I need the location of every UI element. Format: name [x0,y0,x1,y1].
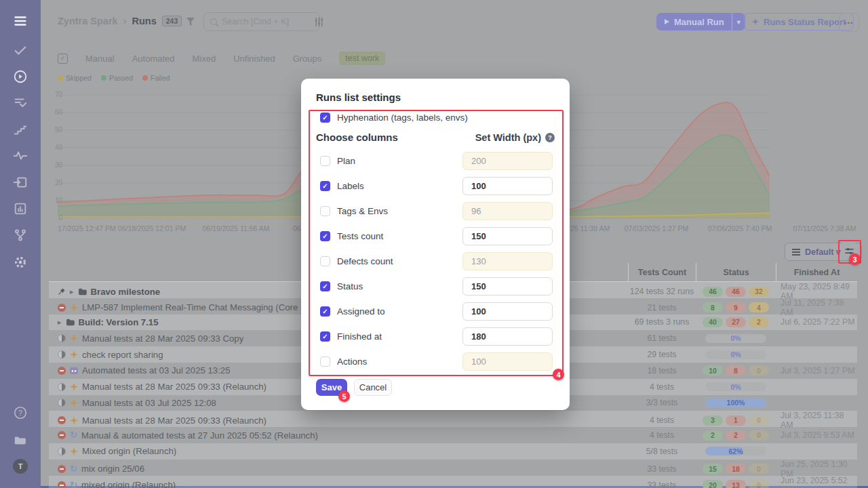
run-name[interactable]: Build: Version 7.15 [79,317,159,327]
passed-badge: 2 [703,430,723,441]
tab-manual[interactable]: Manual [85,54,115,64]
header-finished-at[interactable]: Finished At [776,263,857,281]
y-tick-label: 30 [39,161,62,169]
run-name[interactable]: check report sharing [82,350,163,360]
more-actions-button[interactable]: ⋯ [839,13,859,32]
progress-status-icon [58,350,66,359]
projects-folder-icon[interactable] [13,432,28,447]
progress-bar: 0% [705,334,766,343]
tests-count-cell: 33 tests [628,481,696,488]
failed-badge: 46 [726,287,746,297]
runs-play-icon[interactable] [13,69,28,84]
menu-icon[interactable] [13,14,28,28]
sparkle-icon [70,350,78,359]
search-input[interactable]: Search [Cmd + K] [203,12,320,31]
status-cell: 40272 [696,317,776,327]
run-name-cell: ↻Manual & automated tests at 27 Jun 2025… [49,430,628,441]
tests-count-cell: 5/8 tests [628,447,696,456]
run-name[interactable]: Manual & automated tests at 27 Jun 2025 … [81,430,318,441]
folder-icon [78,288,87,296]
table-row[interactable]: Manual tests at 28 Mar 2025 09:33 (Relau… [49,411,857,427]
activity-pulse-icon[interactable] [13,148,28,163]
avatar[interactable]: T [13,459,28,474]
progress-label: 0% [705,334,766,343]
annotation-rect-settings [309,110,564,376]
status-cell: 100% [696,399,776,407]
progress-label: 62% [705,447,766,455]
cycle-icon: ↻ [70,431,77,439]
y-tick-label: 50 [39,126,62,134]
table-row[interactable]: Mixed origin (Relaunch)5/8 tests62% [49,443,857,460]
sparkles-icon [752,18,759,25]
failed-status-icon [58,304,66,312]
robot-icon [70,367,78,374]
search-settings-icon[interactable] [313,16,325,30]
run-name[interactable]: Manual tests at 03 Jul 2025 12:08 [82,398,216,408]
finished-at-cell: Jun 23, 2025 5:52 PM [776,476,857,488]
failed-status-icon [58,481,66,488]
failed-status-icon [58,431,66,439]
status-cell: 464632 [696,287,776,297]
run-name[interactable]: Manual tests at 28 Mar 2025 09:33 Copy [82,333,243,344]
tab-groups[interactable]: Groups [293,54,322,64]
table-row[interactable]: ↻mix origin 25/0633 tests15180Jun 25, 20… [49,460,857,476]
branch-icon[interactable] [13,228,28,243]
sparkle-icon [70,304,78,312]
run-name-cell: Mixed origin (Relaunch) [49,446,628,456]
status-cell: 1080 [696,365,776,375]
run-name[interactable]: mix origin 25/06 [81,464,144,474]
finished-at-cell: Jul 3, 2025 9:53 AM [776,430,857,440]
run-name[interactable]: Automated tests at 03 Jul 2025 13:25 [82,365,230,375]
import-icon[interactable] [13,175,28,190]
breadcrumb: Zyntra Spark › Runs 243 [58,16,182,26]
x-tick-label: 17/2025 12:47 PM [58,224,116,232]
breadcrumb-current: Runs [132,16,157,26]
passed-badge: 15 [703,464,723,474]
header-status[interactable]: Status [696,263,776,281]
run-name[interactable]: Manual tests at 28 Mar 2025 09:33 (Relau… [82,415,267,426]
breadcrumb-project[interactable]: Zyntra Spark [58,16,118,26]
tests-check-icon[interactable] [13,43,28,58]
test-cases-icon[interactable] [13,96,28,110]
caret-expand-icon[interactable]: ▸ [70,287,74,296]
help-icon[interactable]: ? [13,405,28,420]
run-name[interactable]: Bravo milestone [91,287,161,297]
gear-icon[interactable] [13,255,28,270]
filter-funnel-button[interactable] [182,13,199,30]
x-tick-label: 07/03/2025 1:27 PM [625,224,689,232]
select-runs-icon[interactable]: ✓ [58,54,68,64]
tab-automated[interactable]: Automated [132,54,175,64]
cancel-button[interactable]: Cancel [354,379,392,396]
caret-expand-icon[interactable]: ▸ [58,318,62,326]
run-name[interactable]: Mixed origin (Relaunch) [82,446,176,456]
run-name[interactable]: mixed origin (Relaunch) [81,480,176,488]
x-tick-label: 06 [293,224,301,232]
progress-bar: 100% [705,399,766,407]
y-tick-label: 0 [39,214,62,222]
manual-run-button[interactable]: Manual Run ▾ [656,13,745,30]
analytics-chart-icon[interactable] [13,201,28,216]
runs-count-badge: 243 [162,16,182,26]
tab-unfinished[interactable]: Unfinished [233,54,275,64]
runs-status-report-label: Runs Status Report [764,17,846,27]
tests-count-cell: 29 tests [628,350,696,359]
chevron-down-icon[interactable]: ▾ [732,18,745,26]
table-row[interactable]: ↻Manual & automated tests at 27 Jun 2025… [49,427,857,443]
progress-label: 0% [705,350,766,359]
legend-label: Failed [151,74,170,82]
tests-count-cell: 4 tests [628,382,696,392]
filter-tag[interactable]: test work [339,52,385,65]
tests-count-cell: 33 tests [628,464,696,474]
cycle-icon: ↻ [70,465,77,473]
modal-title: Runs list settings [316,92,401,103]
tab-mixed[interactable]: Mixed [193,54,216,64]
steps-icon[interactable] [13,122,28,137]
table-row[interactable]: ↻mixed origin (Relaunch)33 tests20130Jun… [49,476,857,488]
runs-status-report-button[interactable]: Runs Status Report [744,13,854,30]
passed-badge: 40 [703,317,723,327]
failed-badge: 13 [726,480,746,488]
run-name[interactable]: Manual tests at 28 Mar 2025 09:33 (Relau… [82,382,267,392]
failed-badge: 1 [726,415,746,426]
header-tests-count[interactable]: Tests Count [628,263,696,281]
x-tick-label: 25 11:38 AM [570,224,610,232]
